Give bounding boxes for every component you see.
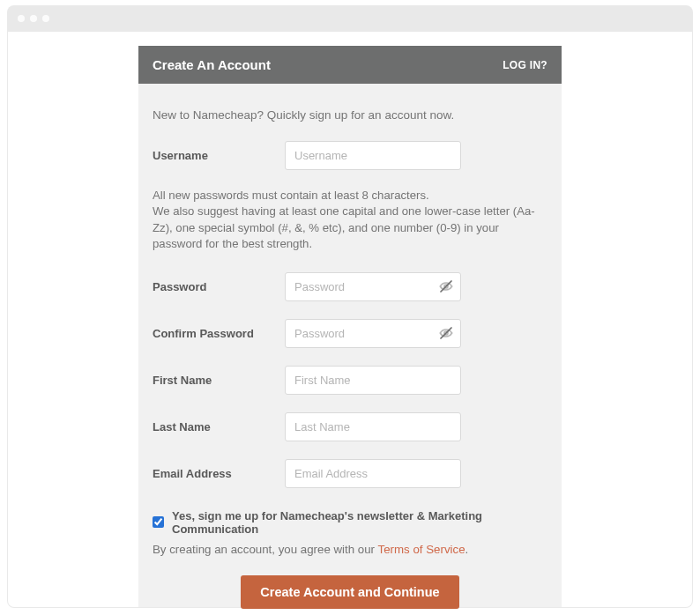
- browser-chrome: [7, 5, 693, 32]
- last-name-row: Last Name: [153, 412, 547, 450]
- last-name-label: Last Name: [153, 420, 285, 433]
- intro-text: New to Namecheap? Quickly sign up for an…: [153, 108, 547, 122]
- eye-off-icon[interactable]: [439, 326, 453, 340]
- password-label: Password: [153, 280, 285, 293]
- panel-body: New to Namecheap? Quickly sign up for an…: [138, 84, 562, 615]
- password-row: Password: [153, 272, 547, 310]
- terms-suffix: .: [465, 543, 469, 556]
- confirm-password-input[interactable]: [285, 319, 461, 348]
- newsletter-row: Yes, sign me up for Namecheap's newslett…: [153, 509, 547, 536]
- username-label: Username: [153, 149, 285, 162]
- signup-panel: Create An Account LOG IN? New to Nameche…: [138, 46, 562, 607]
- password-help-text: All new passwords must contain at least …: [153, 188, 547, 253]
- last-name-input[interactable]: [285, 412, 461, 441]
- panel-title: Create An Account: [153, 57, 271, 72]
- terms-line: By creating an account, you agree with o…: [153, 543, 547, 556]
- newsletter-checkbox[interactable]: [153, 516, 164, 528]
- newsletter-label: Yes, sign me up for Namecheap's newslett…: [172, 509, 547, 536]
- username-input[interactable]: [285, 141, 461, 170]
- eye-off-icon[interactable]: [439, 279, 453, 293]
- window-dot: [30, 15, 37, 22]
- email-label: Email Address: [153, 467, 285, 480]
- window-dot: [42, 15, 49, 22]
- first-name-label: First Name: [153, 374, 285, 387]
- login-link[interactable]: LOG IN?: [503, 59, 547, 71]
- email-row: Email Address: [153, 459, 547, 497]
- email-input[interactable]: [285, 459, 461, 488]
- first-name-input[interactable]: [285, 366, 461, 395]
- create-account-button[interactable]: Create Account and Continue: [241, 575, 458, 609]
- first-name-row: First Name: [153, 366, 547, 404]
- confirm-password-row: Confirm Password: [153, 319, 547, 357]
- window-dot: [18, 15, 25, 22]
- password-input[interactable]: [285, 272, 461, 301]
- terms-prefix: By creating an account, you agree with o…: [153, 543, 378, 556]
- username-row: Username: [153, 141, 547, 179]
- viewport: Create An Account LOG IN? New to Nameche…: [7, 32, 693, 608]
- terms-of-service-link[interactable]: Terms of Service: [378, 543, 465, 556]
- panel-header: Create An Account LOG IN?: [138, 46, 562, 84]
- confirm-password-label: Confirm Password: [153, 327, 285, 340]
